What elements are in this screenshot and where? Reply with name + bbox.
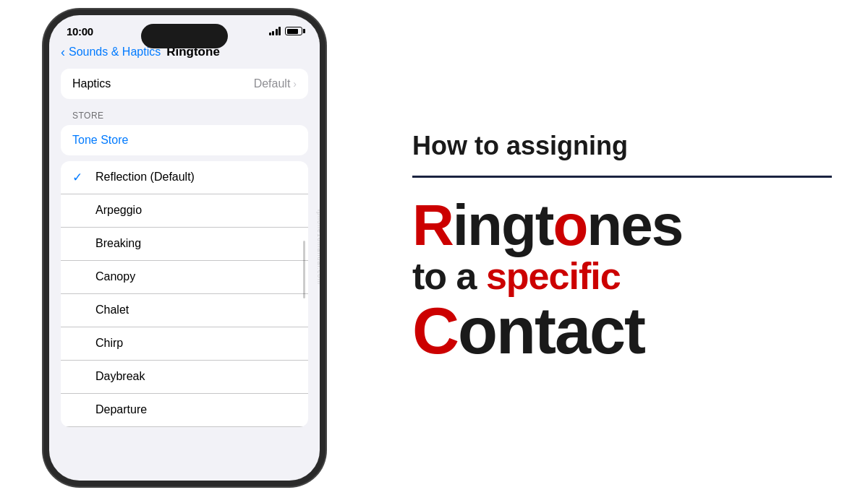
phone-frame: 10:00 ‹ Sounds & Hapti [43,9,326,486]
contact-c-letter: C [412,295,458,367]
status-icons [269,27,303,35]
ringtone-item-canopy[interactable]: ✓ Canopy [61,261,308,294]
ringtones-rest: ingt [453,193,553,257]
left-panel: 10:00 ‹ Sounds & Hapti [0,0,369,495]
divider-line [412,176,832,178]
phone-screen: 10:00 ‹ Sounds & Hapti [49,15,320,481]
chevron-left-icon: ‹ [61,45,65,60]
haptics-row[interactable]: Haptics Default › [61,69,308,99]
ringtone-name: Departure [95,403,147,416]
haptics-value: Default › [254,77,297,90]
signal-bar-2 [272,31,274,35]
scroll-indicator [303,241,305,298]
specific-word: specific [486,255,621,297]
status-time: 10:00 [67,25,93,38]
chevron-right-icon: › [293,78,297,90]
ringtone-item-reflection[interactable]: ✓ Reflection (Default) [61,161,308,194]
ringtone-item-chalet[interactable]: ✓ Chalet [61,294,308,327]
checkmark-icon: ✓ [72,170,90,185]
ringtones-end: nes [587,193,682,257]
ringtone-name: Daybreak [95,370,145,383]
signal-bar-4 [278,27,281,35]
nav-parent-label: Sounds & Haptics [69,46,161,59]
ringtone-list: ✓ Reflection (Default) ✓ Arpeggio ✓ Brea… [61,161,308,427]
article-contact-headline: Contact [412,297,832,366]
battery-icon [285,27,302,35]
haptics-group: Haptics Default › [61,69,308,99]
tone-store-group: Tone Store [61,125,308,155]
ringtone-name: Breaking [95,237,141,250]
signal-bar-1 [269,33,271,35]
ringtones-o-letter: o [553,193,587,257]
tone-store-row[interactable]: Tone Store [61,125,308,155]
right-panel: How to assigning Ringtones to a specific… [369,0,868,495]
ringtone-item-daybreak[interactable]: ✓ Daybreak [61,361,308,394]
settings-content: Haptics Default › STORE Tone Store [49,69,320,427]
ringtone-item-breaking[interactable]: ✓ Breaking [61,228,308,261]
article-main-headline: Ringtones [412,195,832,256]
ringtone-name: Chalet [95,304,129,317]
ringtones-r-letter: R [412,193,453,257]
tone-store-label: Tone Store [72,134,128,146]
ringtone-item-arpeggio[interactable]: ✓ Arpeggio [61,194,308,228]
ringtone-name: Chirp [95,337,123,350]
ringtone-item-departure[interactable]: ✓ Departure [61,394,308,427]
signal-bars-icon [269,27,281,35]
store-section-label: STORE [61,105,308,125]
article-subtitle: How to assigning [412,130,832,161]
nav-back-button[interactable]: ‹ Sounds & Haptics [61,45,161,60]
ringtone-item-chirp[interactable]: ✓ Chirp [61,327,308,361]
ringtone-name: Reflection (Default) [95,171,195,184]
signal-bar-3 [276,29,278,35]
battery-fill [287,29,298,34]
article-sub-line: to a specific [412,256,832,297]
ringtone-name: Canopy [95,270,135,283]
haptics-label: Haptics [72,77,111,90]
watermark: iphone16manual.com [312,15,320,481]
ringtone-name: Arpeggio [95,204,142,217]
contact-rest: ontact [458,295,644,367]
haptics-value-text: Default [254,77,291,90]
dynamic-island [141,24,228,48]
